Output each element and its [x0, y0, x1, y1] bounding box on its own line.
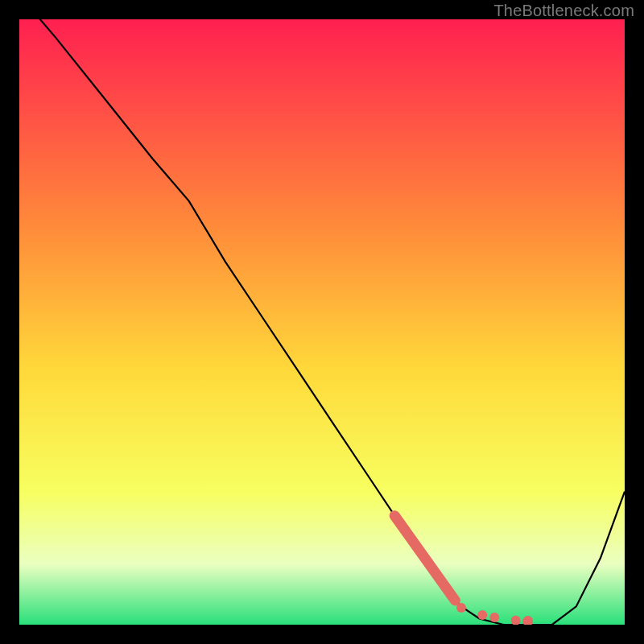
marker-dot — [477, 610, 487, 620]
gradient-bg — [19, 19, 625, 625]
chart-svg — [19, 19, 625, 625]
marker-dot — [456, 603, 466, 613]
plot-area — [19, 19, 625, 625]
watermark-label: TheBottleneck.com — [493, 2, 634, 20]
chart-frame: TheBottleneck.com — [0, 0, 644, 644]
marker-dot — [489, 613, 499, 622]
